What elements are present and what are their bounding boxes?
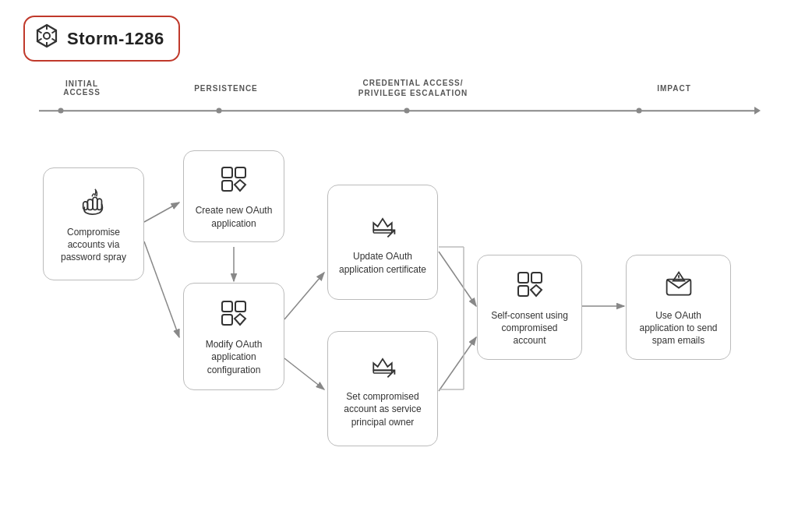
svg-rect-29 xyxy=(235,301,245,312)
svg-rect-28 xyxy=(222,301,232,312)
warning-mail-icon xyxy=(664,270,694,303)
node-modify-oauth: Modify OAuth application configuration xyxy=(183,283,284,390)
svg-line-14 xyxy=(284,358,324,389)
apps-icon xyxy=(219,164,249,198)
svg-line-15 xyxy=(439,252,476,306)
timeline-dot-4 xyxy=(637,108,642,114)
timeline-dot-3 xyxy=(404,108,409,114)
svg-line-13 xyxy=(284,273,324,319)
phases-row: INITIAL ACCESS PERSISTENCE CREDENTIAL AC… xyxy=(23,76,775,100)
svg-point-40 xyxy=(678,278,680,280)
svg-line-10 xyxy=(144,203,179,222)
svg-rect-36 xyxy=(531,273,542,283)
svg-point-1 xyxy=(44,33,50,39)
timeline-dot-2 xyxy=(216,108,221,114)
apps-icon2 xyxy=(219,298,249,332)
node-create-oauth: Create new OAuth application xyxy=(183,150,284,242)
timeline-dot-1 xyxy=(58,108,64,114)
phase-impact: IMPACT xyxy=(639,84,709,93)
node-update-cert: Update OAuth application certificate xyxy=(327,185,438,300)
node-create-oauth-label: Create new OAuth application xyxy=(192,204,276,229)
apps-icon3 xyxy=(515,270,545,303)
svg-rect-23 xyxy=(97,199,102,210)
storm-title: Storm-1286 xyxy=(67,29,164,49)
node-self-consent: Self-consent using compromised account xyxy=(477,255,582,360)
phase-credential-access: CREDENTIAL ACCESS/PRIVILEGE ESCALATION xyxy=(335,78,491,98)
svg-line-11 xyxy=(144,241,179,337)
node-spam: Use OAuth application to send spam email… xyxy=(626,255,731,360)
svg-line-34 xyxy=(387,371,394,378)
timeline-line xyxy=(23,104,775,118)
svg-line-16 xyxy=(439,337,476,391)
svg-rect-33 xyxy=(373,371,392,374)
crown-arrow-icon xyxy=(368,210,397,244)
fist-icon xyxy=(79,186,108,220)
phase-persistence: PERSISTENCE xyxy=(191,84,261,93)
node-self-consent-label: Self-consent using compromised account xyxy=(486,309,574,347)
hexagon-icon xyxy=(34,23,59,54)
node-compromise-label: Compromise accounts via password spray xyxy=(51,226,136,264)
svg-line-32 xyxy=(387,231,394,238)
storm-badge: Storm-1286 xyxy=(23,16,180,62)
svg-rect-25 xyxy=(222,167,232,178)
crown-arrow-icon2 xyxy=(368,351,397,384)
node-modify-oauth-label: Modify OAuth application configuration xyxy=(192,338,276,376)
svg-rect-31 xyxy=(373,231,392,234)
svg-rect-26 xyxy=(235,167,245,178)
svg-rect-21 xyxy=(87,199,93,210)
phase-initial-access: INITIAL ACCESS xyxy=(47,79,117,97)
node-compromise: Compromise accounts via password spray xyxy=(43,167,144,280)
node-update-cert-label: Update OAuth application certificate xyxy=(336,250,429,275)
node-set-owner: Set compromised account as service princ… xyxy=(327,331,438,446)
svg-rect-27 xyxy=(222,181,232,191)
svg-rect-35 xyxy=(518,273,528,283)
node-spam-label: Use OAuth application to send spam email… xyxy=(634,309,722,347)
page: Storm-1286 INITIAL ACCESS PERSISTENCE CR… xyxy=(0,0,798,532)
svg-rect-30 xyxy=(222,315,232,325)
flow-area: Compromise accounts via password spray C… xyxy=(23,129,775,487)
svg-rect-37 xyxy=(518,286,528,296)
node-set-owner-label: Set compromised account as service princ… xyxy=(336,390,429,428)
